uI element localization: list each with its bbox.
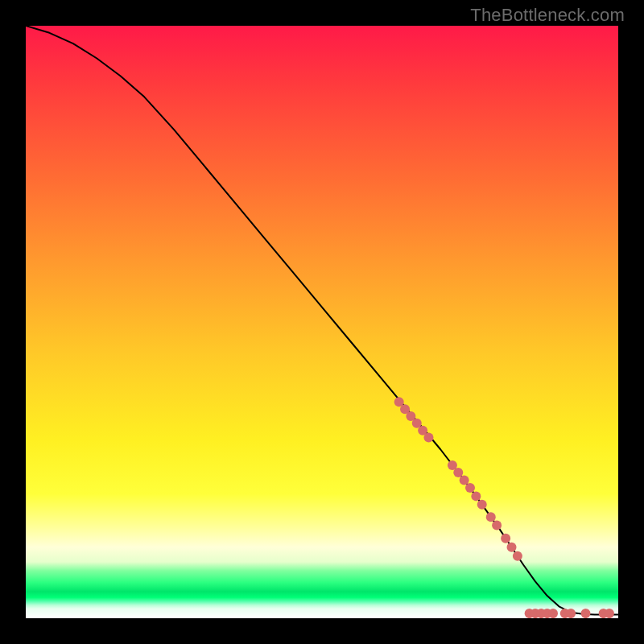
chart-svg <box>26 26 618 618</box>
plot-area <box>26 26 618 618</box>
marker-point <box>477 500 487 510</box>
marker-point <box>605 609 614 618</box>
marker-point <box>453 468 463 477</box>
marker-point <box>465 483 475 493</box>
marker-point <box>460 476 469 485</box>
highlighted-points <box>394 397 614 618</box>
watermark-text: TheBottleneck.com <box>470 5 625 26</box>
marker-point <box>566 609 576 618</box>
marker-point <box>471 491 481 501</box>
marker-point <box>548 609 558 618</box>
marker-point <box>513 551 522 561</box>
marker-point <box>492 520 502 530</box>
chart-stage: TheBottleneck.com <box>0 0 644 644</box>
curve-path <box>26 26 618 615</box>
marker-point <box>423 433 433 443</box>
marker-point <box>581 609 591 618</box>
curve-series <box>26 26 618 615</box>
marker-point <box>501 534 510 543</box>
marker-point <box>507 543 517 552</box>
marker-point <box>486 512 496 522</box>
